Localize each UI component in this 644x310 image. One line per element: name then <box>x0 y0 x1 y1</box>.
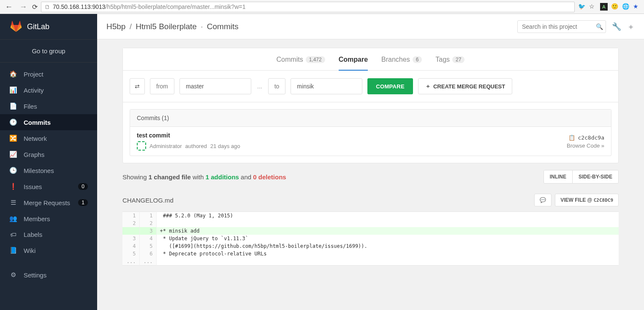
sidebar-item-label: Files <box>24 103 37 110</box>
page-icon: 🗋 <box>45 4 50 10</box>
plus-icon[interactable]: ＋ <box>627 22 635 32</box>
diff-line: ...... <box>122 258 619 266</box>
tag-icon: 🏷 <box>9 231 17 238</box>
commits-tabs: Commits1,472 Compare Branches6 Tags27 <box>123 48 618 71</box>
ext-a-icon[interactable]: A <box>600 3 608 11</box>
new-line-number[interactable]: 3 <box>139 227 156 235</box>
ext-star-icon[interactable]: ★ <box>633 3 641 11</box>
tab-label: Branches <box>381 56 410 63</box>
new-line-number[interactable]: 4 <box>139 235 156 242</box>
swap-button[interactable]: ⇄ <box>130 78 145 94</box>
create-merge-request-button[interactable]: ＋CREATE MERGE REQUEST <box>418 78 512 94</box>
browse-code-link[interactable]: Browse Code » <box>567 143 604 149</box>
sidebar-item-label: Milestones <box>24 167 54 174</box>
breadcrumb-group[interactable]: H5bp <box>106 22 125 31</box>
sidebar-item-files[interactable]: 📄Files <box>0 98 97 114</box>
new-line-number[interactable]: 6 <box>139 250 156 258</box>
file-name[interactable]: CHANGELOG.md <box>122 197 174 204</box>
go-to-group[interactable]: Go to group <box>0 39 97 63</box>
sidebar-item-network[interactable]: 🔀Network <box>0 130 97 146</box>
project-search[interactable]: 🔍 <box>517 20 606 33</box>
old-line-number[interactable]: 5 <box>122 250 139 258</box>
code-line <box>156 258 619 266</box>
sidebar-item-label: Activity <box>24 87 44 94</box>
wrench-icon[interactable]: 🔧 <box>612 22 621 31</box>
additions-text: 1 additions <box>206 173 239 181</box>
from-input[interactable] <box>179 78 251 94</box>
old-line-number[interactable]: 4 <box>122 242 139 250</box>
new-line-number[interactable]: 1 <box>139 212 156 220</box>
new-line-number[interactable]: ... <box>139 258 156 266</box>
swap-icon: ⇄ <box>135 83 140 90</box>
commit-author[interactable]: Administrator <box>149 143 182 149</box>
clipboard-icon[interactable]: 📋 <box>568 134 575 141</box>
sidebar-item-graphs[interactable]: 📈Graphs <box>0 146 97 162</box>
tab-tags[interactable]: Tags27 <box>435 56 465 70</box>
sidebar-item-project[interactable]: 🏠Project <box>0 66 97 82</box>
commit-title[interactable]: test commit <box>137 132 240 139</box>
sidebar-item-label: Members <box>24 215 50 222</box>
sidebar-item-members[interactable]: 👥Members <box>0 211 97 227</box>
nav-spacer <box>0 258 97 267</box>
ext-face-icon[interactable]: 🙂 <box>611 3 619 11</box>
code-line: +* minsik add <box>156 227 619 235</box>
to-label: to <box>268 78 286 94</box>
commit-authored-label: authored <box>185 143 207 149</box>
search-input[interactable] <box>522 23 596 30</box>
old-line-number[interactable]: 2 <box>122 219 139 227</box>
branches-count: 6 <box>413 56 422 63</box>
to-input[interactable] <box>291 78 362 94</box>
new-line-number[interactable]: 5 <box>139 242 156 250</box>
dashboard-icon: 📊 <box>9 86 17 94</box>
tags-count: 27 <box>452 56 465 63</box>
tab-commits[interactable]: Commits1,472 <box>277 56 325 70</box>
sidebar-header[interactable]: GitLab <box>0 14 97 39</box>
sidebar: GitLab Go to group 🏠Project 📊Activity 📄F… <box>0 14 97 310</box>
sidebar-item-label: Graphs <box>24 151 44 158</box>
view-file-button[interactable]: VIEW FILE @ C2C8DC9 <box>555 194 619 206</box>
diff-line: 11 ### 5.2.0 (May 1, 2015) <box>122 212 619 220</box>
gear-icon: ⚙ <box>9 271 17 279</box>
diff-line: 22 <box>122 219 619 227</box>
sidebar-item-wiki[interactable]: 📘Wiki <box>0 242 97 258</box>
and-label: and <box>239 173 253 181</box>
url-bar[interactable]: 🗋 70.50.168.113:9013/h5bp/html5-boilerpl… <box>41 2 575 12</box>
dots: ... <box>256 83 263 90</box>
side-by-side-view-button[interactable]: SIDE-BY-SIDE <box>572 170 618 183</box>
old-line-number[interactable] <box>122 227 139 235</box>
tab-branches[interactable]: Branches6 <box>381 56 422 70</box>
twitter-icon[interactable]: 🐦 <box>578 3 586 11</box>
avatar[interactable] <box>137 141 146 151</box>
comment-button[interactable]: 💬 <box>534 194 552 206</box>
globe-icon[interactable]: 🌐 <box>622 3 630 11</box>
breadcrumb-project[interactable]: Html5 Boilerplate <box>136 22 197 31</box>
browser-back-icon[interactable]: ← <box>3 3 14 11</box>
search-icon[interactable]: 🔍 <box>596 23 603 30</box>
merge-icon: ☰ <box>9 199 17 206</box>
sidebar-item-settings[interactable]: ⚙Settings <box>0 267 97 283</box>
sidebar-item-label: Merge Requests <box>24 199 70 206</box>
sidebar-item-activity[interactable]: 📊Activity <box>0 82 97 98</box>
commit-hash[interactable]: 📋c2c8dc9a <box>568 134 604 141</box>
sidebar-item-label: Settings <box>24 272 46 279</box>
star-icon[interactable]: ☆ <box>589 3 597 11</box>
mr-button-label: CREATE MERGE REQUEST <box>433 83 505 90</box>
sidebar-item-issues[interactable]: ❗Issues0 <box>0 178 97 195</box>
diff-line: 56 * Deprecate protocol-relative URLs <box>122 250 619 258</box>
browser-reload-icon[interactable]: ⟳ <box>32 3 38 11</box>
old-line-number[interactable]: 3 <box>122 235 139 242</box>
sidebar-item-milestones[interactable]: 🕒Milestones <box>0 162 97 178</box>
old-line-number[interactable]: 1 <box>122 212 139 220</box>
sidebar-item-label: Labels <box>24 231 42 238</box>
sidebar-item-labels[interactable]: 🏷Labels <box>0 227 97 242</box>
sidebar-item-commits[interactable]: 🕑Commits <box>0 114 97 130</box>
compare-button[interactable]: COMPARE <box>367 78 413 94</box>
comment-icon: 💬 <box>540 197 546 203</box>
sidebar-item-merge-requests[interactable]: ☰Merge Requests1 <box>0 195 97 211</box>
old-line-number[interactable]: ... <box>122 258 139 266</box>
code-line: * Deprecate protocol-relative URLs <box>156 250 619 258</box>
inline-view-button[interactable]: INLINE <box>544 170 572 183</box>
tab-compare[interactable]: Compare <box>339 56 368 70</box>
browser-forward-icon[interactable]: → <box>18 3 29 11</box>
new-line-number[interactable]: 2 <box>139 219 156 227</box>
